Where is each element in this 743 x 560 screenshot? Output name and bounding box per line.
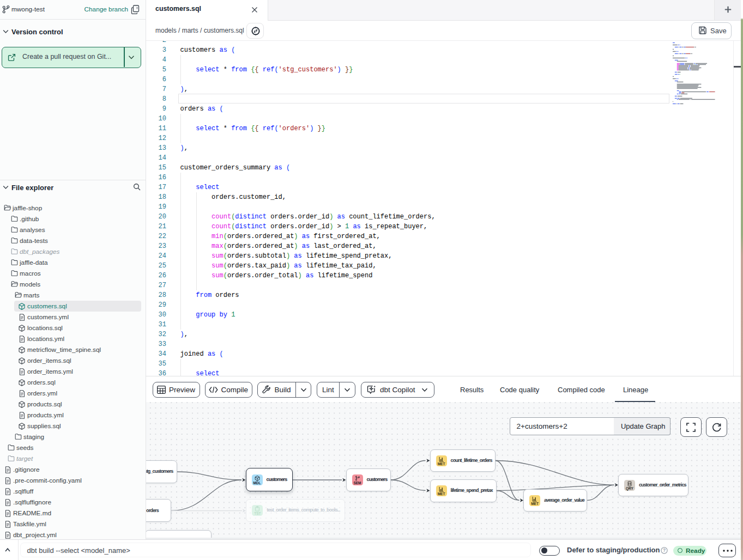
svg-text:?: ?: [663, 547, 666, 553]
